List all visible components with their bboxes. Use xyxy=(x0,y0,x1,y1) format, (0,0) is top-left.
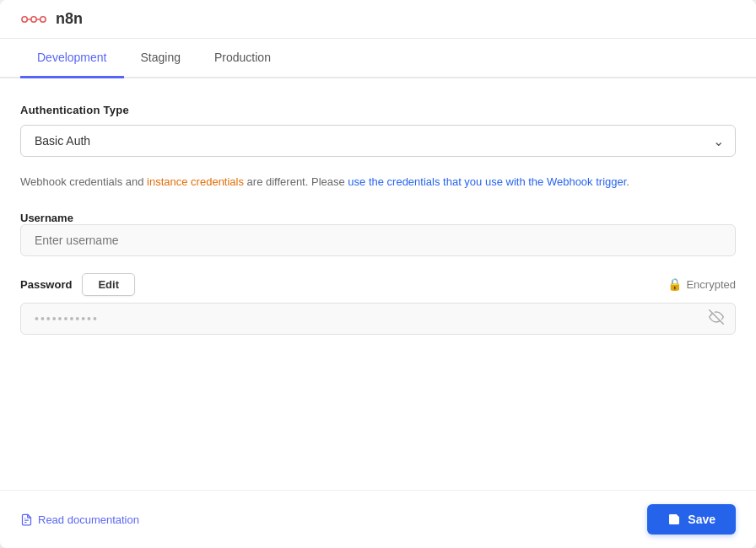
password-group: Password Edit 🔒 Encrypted xyxy=(20,273,736,335)
header: n8n xyxy=(0,0,756,39)
username-label: Username xyxy=(20,212,736,224)
auth-type-select[interactable]: Basic Auth Header Auth OAuth2 xyxy=(20,125,736,157)
app-window: n8n Development Staging Production Authe… xyxy=(0,0,756,548)
auth-type-label: Authentication Type xyxy=(20,104,736,116)
save-button[interactable]: Save xyxy=(647,504,736,535)
n8n-logo xyxy=(20,11,47,28)
encrypted-badge: 🔒 Encrypted xyxy=(667,277,736,291)
svg-point-2 xyxy=(40,16,46,21)
save-label: Save xyxy=(688,513,716,526)
read-documentation-link[interactable]: Read documentation xyxy=(20,513,139,526)
edit-password-button[interactable]: Edit xyxy=(82,273,135,296)
save-icon xyxy=(667,513,681,526)
password-input[interactable] xyxy=(20,303,736,335)
footer: Read documentation Save xyxy=(0,490,756,548)
svg-point-1 xyxy=(31,16,36,21)
info-link-instance: instance credentials xyxy=(147,175,244,188)
document-icon xyxy=(20,513,33,526)
username-group: Username xyxy=(20,212,736,256)
auth-type-dropdown-wrapper: Basic Auth Header Auth OAuth2 ⌄ xyxy=(20,125,736,157)
username-input[interactable] xyxy=(20,224,736,256)
tab-development[interactable]: Development xyxy=(20,39,124,78)
lock-icon: 🔒 xyxy=(667,277,682,291)
password-label-row: Password Edit 🔒 Encrypted xyxy=(20,273,736,296)
doc-link-label: Read documentation xyxy=(38,513,139,526)
password-input-wrapper xyxy=(20,303,736,335)
tabs-bar: Development Staging Production xyxy=(0,39,756,78)
info-text: Webhook credentials and instance credent… xyxy=(20,174,736,191)
auth-type-group: Authentication Type Basic Auth Header Au… xyxy=(20,104,736,157)
encrypted-label: Encrypted xyxy=(686,278,736,291)
toggle-password-visibility-button[interactable] xyxy=(707,308,726,330)
info-link-credentials: use the credentials that you use with th… xyxy=(348,175,626,188)
svg-point-0 xyxy=(22,16,27,21)
tab-staging[interactable]: Staging xyxy=(124,39,197,78)
app-title: n8n xyxy=(56,10,83,28)
tab-production[interactable]: Production xyxy=(197,39,288,78)
password-label: Password xyxy=(20,278,72,291)
content-area: Authentication Type Basic Auth Header Au… xyxy=(0,78,756,490)
